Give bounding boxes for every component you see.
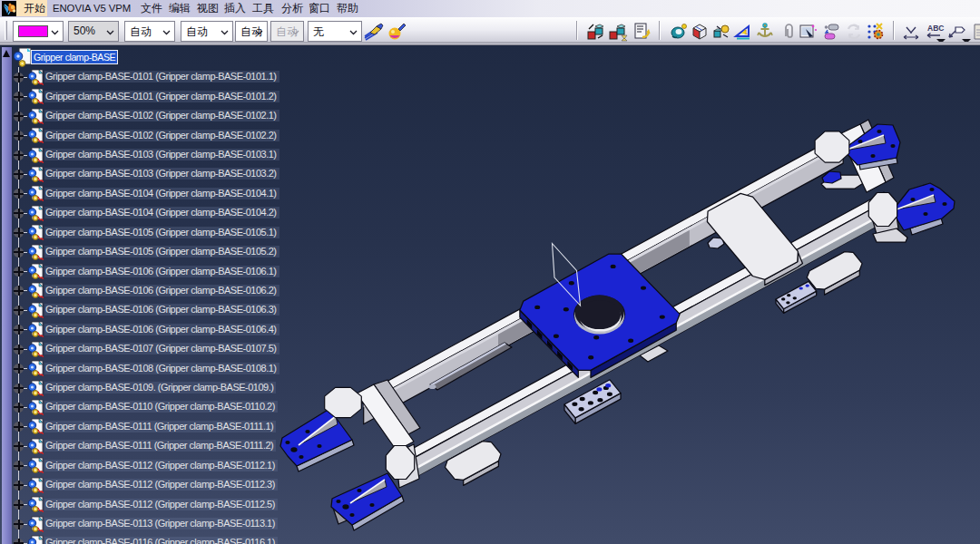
svg-text:ABC: ABC xyxy=(927,24,944,33)
svg-text:1: 1 xyxy=(744,28,749,36)
